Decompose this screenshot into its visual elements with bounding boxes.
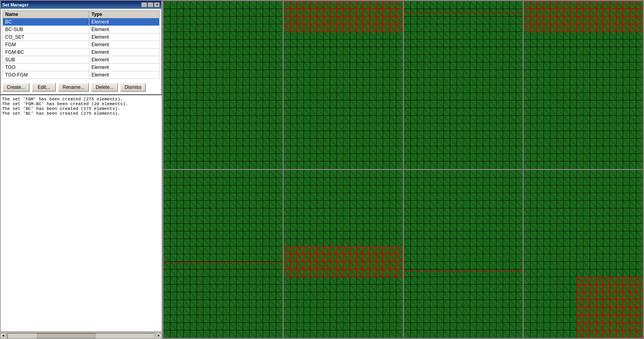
row-name: FGM (3, 41, 89, 49)
row-name: SUB (3, 56, 89, 64)
mesh-viewport-6[interactable] (404, 170, 523, 338)
row-type: Element (89, 71, 159, 79)
set-manager-content: Name Type BCElementBC-SUBElementCO_SETEl… (1, 9, 161, 80)
table-row[interactable]: TGOElement (3, 64, 160, 71)
row-type: Element (89, 26, 159, 33)
mesh-viewport-0[interactable] (164, 1, 283, 169)
close-button[interactable]: ✕ (154, 2, 160, 7)
row-type: Element (89, 56, 159, 64)
col-header-name: Name (3, 11, 89, 18)
main-area: Set Manager ─ □ ✕ Name Type BCElementBC-… (0, 0, 644, 339)
set-table: Name Type BCElementBC-SUBElementCO_SETEl… (2, 10, 160, 79)
row-type: Element (89, 64, 159, 71)
row-name: FGM-BC (3, 49, 89, 56)
mesh-viewport-1[interactable] (284, 1, 403, 169)
table-row[interactable]: SUBElement (3, 56, 160, 64)
mesh-viewport-4[interactable] (164, 170, 283, 338)
mesh-viewport-5[interactable] (284, 170, 403, 338)
scrollbar-thumb (37, 333, 96, 338)
dismiss-button[interactable]: Dismiss (120, 83, 146, 92)
table-row[interactable]: BCElement (3, 18, 160, 26)
create-button[interactable]: Create... (2, 83, 29, 92)
row-name: CO_SET (3, 33, 89, 41)
row-type: Element (89, 18, 159, 26)
row-name: BC-SUB (3, 26, 89, 33)
log-line: The set 'BC' has been created (275 eleme… (2, 106, 160, 111)
log-line: The set 'BC' has been created (275 eleme… (2, 111, 160, 116)
row-name: TGO (3, 64, 89, 71)
set-manager-title: Set Manager (2, 2, 141, 7)
scroll-left-arrow[interactable]: ◄ (0, 333, 6, 339)
col-header-type: Type (89, 11, 159, 18)
table-row[interactable]: FGMElement (3, 41, 160, 49)
set-manager-window: Set Manager ─ □ ✕ Name Type BCElementBC-… (0, 0, 162, 95)
mesh-viewport-3[interactable] (524, 1, 643, 169)
log-line: The set 'FGM' has been created (275 elem… (2, 97, 160, 102)
row-name: TGO-FGM (3, 71, 89, 79)
set-manager-titlebar: Set Manager ─ □ ✕ (1, 1, 161, 9)
rename-button[interactable]: Rename... (58, 83, 89, 92)
log-area[interactable]: The set 'FGM' has been created (275 elem… (0, 95, 162, 332)
row-type: Element (89, 41, 159, 49)
button-row: Create... Edit... Rename... Delete... Di… (1, 80, 161, 94)
maximize-button[interactable]: □ (148, 2, 153, 7)
edit-button[interactable]: Edit... (32, 83, 56, 92)
left-bottom: The set 'FGM' has been created (275 elem… (0, 95, 162, 339)
table-row[interactable]: FGM-BCElement (3, 49, 160, 56)
row-type: Element (89, 33, 159, 41)
mesh-viewport-2[interactable] (404, 1, 523, 169)
row-name: BC (3, 18, 89, 26)
left-panel: Set Manager ─ □ ✕ Name Type BCElementBC-… (0, 0, 162, 339)
mesh-viewport-grid (162, 0, 644, 339)
scrollbar-area: ◄ ► (0, 332, 162, 339)
table-row[interactable]: BC-SUBElement (3, 26, 160, 33)
horizontal-scrollbar[interactable] (7, 333, 155, 339)
minimize-button[interactable]: ─ (141, 2, 147, 7)
table-row[interactable]: TGO-FGMElement (3, 71, 160, 79)
delete-button[interactable]: Delete... (91, 83, 118, 92)
table-row[interactable]: CO_SETElement (3, 33, 160, 41)
scroll-right-arrow[interactable]: ► (156, 333, 162, 339)
row-type: Element (89, 49, 159, 56)
log-line: The set 'FGM-BC' has been created (20 el… (2, 102, 160, 106)
mesh-viewport-7[interactable] (524, 170, 643, 338)
